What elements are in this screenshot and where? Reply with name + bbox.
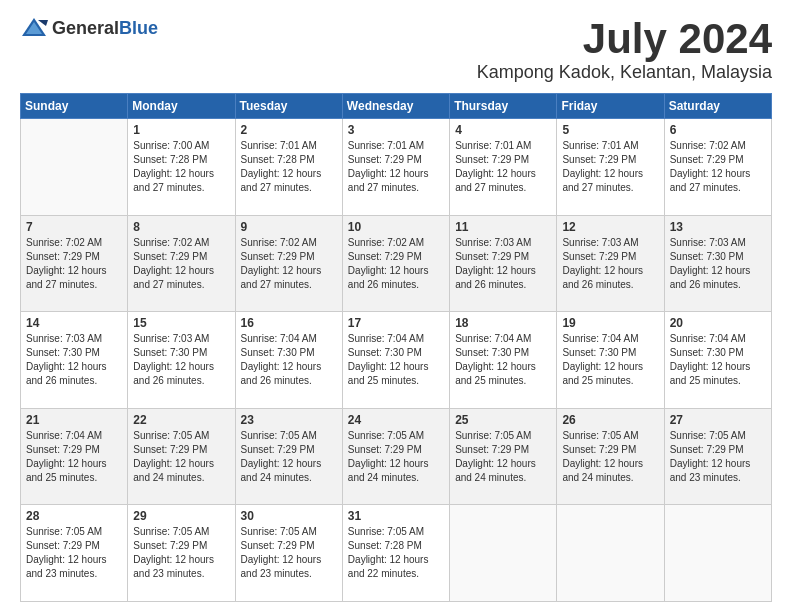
table-row: 29Sunrise: 7:05 AMSunset: 7:29 PMDayligh… <box>128 505 235 602</box>
day-info: Sunrise: 7:03 AMSunset: 7:30 PMDaylight:… <box>670 236 766 292</box>
day-info: Sunrise: 7:05 AMSunset: 7:29 PMDaylight:… <box>133 429 229 485</box>
logo-blue: Blue <box>119 18 158 38</box>
table-row: 18Sunrise: 7:04 AMSunset: 7:30 PMDayligh… <box>450 312 557 409</box>
day-info: Sunrise: 7:04 AMSunset: 7:30 PMDaylight:… <box>670 332 766 388</box>
table-row: 30Sunrise: 7:05 AMSunset: 7:29 PMDayligh… <box>235 505 342 602</box>
day-number: 12 <box>562 220 658 234</box>
logo-text: GeneralBlue <box>52 18 158 39</box>
day-info: Sunrise: 7:03 AMSunset: 7:30 PMDaylight:… <box>133 332 229 388</box>
day-number: 11 <box>455 220 551 234</box>
day-number: 3 <box>348 123 444 137</box>
calendar-week-row: 14Sunrise: 7:03 AMSunset: 7:30 PMDayligh… <box>21 312 772 409</box>
day-info: Sunrise: 7:02 AMSunset: 7:29 PMDaylight:… <box>348 236 444 292</box>
table-row <box>21 119 128 216</box>
day-number: 26 <box>562 413 658 427</box>
day-info: Sunrise: 7:05 AMSunset: 7:29 PMDaylight:… <box>26 525 122 581</box>
day-number: 14 <box>26 316 122 330</box>
day-number: 17 <box>348 316 444 330</box>
day-number: 8 <box>133 220 229 234</box>
table-row: 25Sunrise: 7:05 AMSunset: 7:29 PMDayligh… <box>450 408 557 505</box>
logo-general: General <box>52 18 119 38</box>
day-info: Sunrise: 7:05 AMSunset: 7:29 PMDaylight:… <box>348 429 444 485</box>
day-info: Sunrise: 7:01 AMSunset: 7:29 PMDaylight:… <box>562 139 658 195</box>
day-info: Sunrise: 7:02 AMSunset: 7:29 PMDaylight:… <box>133 236 229 292</box>
col-wednesday: Wednesday <box>342 94 449 119</box>
day-info: Sunrise: 7:00 AMSunset: 7:28 PMDaylight:… <box>133 139 229 195</box>
day-info: Sunrise: 7:03 AMSunset: 7:29 PMDaylight:… <box>455 236 551 292</box>
col-saturday: Saturday <box>664 94 771 119</box>
month-title: July 2024 <box>477 16 772 62</box>
col-monday: Monday <box>128 94 235 119</box>
day-number: 28 <box>26 509 122 523</box>
table-row: 15Sunrise: 7:03 AMSunset: 7:30 PMDayligh… <box>128 312 235 409</box>
day-number: 21 <box>26 413 122 427</box>
table-row: 4Sunrise: 7:01 AMSunset: 7:29 PMDaylight… <box>450 119 557 216</box>
day-number: 18 <box>455 316 551 330</box>
table-row: 20Sunrise: 7:04 AMSunset: 7:30 PMDayligh… <box>664 312 771 409</box>
day-number: 29 <box>133 509 229 523</box>
table-row: 2Sunrise: 7:01 AMSunset: 7:28 PMDaylight… <box>235 119 342 216</box>
day-info: Sunrise: 7:05 AMSunset: 7:29 PMDaylight:… <box>133 525 229 581</box>
day-info: Sunrise: 7:04 AMSunset: 7:30 PMDaylight:… <box>241 332 337 388</box>
location-title: Kampong Kadok, Kelantan, Malaysia <box>477 62 772 83</box>
day-info: Sunrise: 7:03 AMSunset: 7:30 PMDaylight:… <box>26 332 122 388</box>
day-info: Sunrise: 7:01 AMSunset: 7:29 PMDaylight:… <box>348 139 444 195</box>
day-number: 7 <box>26 220 122 234</box>
day-info: Sunrise: 7:02 AMSunset: 7:29 PMDaylight:… <box>26 236 122 292</box>
table-row: 31Sunrise: 7:05 AMSunset: 7:28 PMDayligh… <box>342 505 449 602</box>
calendar-header-row: Sunday Monday Tuesday Wednesday Thursday… <box>21 94 772 119</box>
day-number: 5 <box>562 123 658 137</box>
title-block: July 2024 Kampong Kadok, Kelantan, Malay… <box>477 16 772 83</box>
table-row: 28Sunrise: 7:05 AMSunset: 7:29 PMDayligh… <box>21 505 128 602</box>
day-info: Sunrise: 7:02 AMSunset: 7:29 PMDaylight:… <box>670 139 766 195</box>
col-friday: Friday <box>557 94 664 119</box>
table-row: 13Sunrise: 7:03 AMSunset: 7:30 PMDayligh… <box>664 215 771 312</box>
logo: GeneralBlue <box>20 16 158 40</box>
day-number: 10 <box>348 220 444 234</box>
table-row: 22Sunrise: 7:05 AMSunset: 7:29 PMDayligh… <box>128 408 235 505</box>
day-number: 4 <box>455 123 551 137</box>
table-row: 6Sunrise: 7:02 AMSunset: 7:29 PMDaylight… <box>664 119 771 216</box>
table-row: 3Sunrise: 7:01 AMSunset: 7:29 PMDaylight… <box>342 119 449 216</box>
day-number: 19 <box>562 316 658 330</box>
svg-marker-2 <box>38 20 48 26</box>
calendar-week-row: 28Sunrise: 7:05 AMSunset: 7:29 PMDayligh… <box>21 505 772 602</box>
day-number: 1 <box>133 123 229 137</box>
day-info: Sunrise: 7:05 AMSunset: 7:29 PMDaylight:… <box>562 429 658 485</box>
table-row: 23Sunrise: 7:05 AMSunset: 7:29 PMDayligh… <box>235 408 342 505</box>
table-row: 7Sunrise: 7:02 AMSunset: 7:29 PMDaylight… <box>21 215 128 312</box>
day-info: Sunrise: 7:04 AMSunset: 7:30 PMDaylight:… <box>562 332 658 388</box>
table-row: 5Sunrise: 7:01 AMSunset: 7:29 PMDaylight… <box>557 119 664 216</box>
day-number: 30 <box>241 509 337 523</box>
day-info: Sunrise: 7:01 AMSunset: 7:28 PMDaylight:… <box>241 139 337 195</box>
day-number: 25 <box>455 413 551 427</box>
col-thursday: Thursday <box>450 94 557 119</box>
table-row: 26Sunrise: 7:05 AMSunset: 7:29 PMDayligh… <box>557 408 664 505</box>
table-row: 9Sunrise: 7:02 AMSunset: 7:29 PMDaylight… <box>235 215 342 312</box>
day-number: 13 <box>670 220 766 234</box>
table-row <box>450 505 557 602</box>
day-number: 23 <box>241 413 337 427</box>
table-row: 24Sunrise: 7:05 AMSunset: 7:29 PMDayligh… <box>342 408 449 505</box>
calendar-table: Sunday Monday Tuesday Wednesday Thursday… <box>20 93 772 602</box>
day-number: 24 <box>348 413 444 427</box>
calendar-week-row: 1Sunrise: 7:00 AMSunset: 7:28 PMDaylight… <box>21 119 772 216</box>
table-row: 11Sunrise: 7:03 AMSunset: 7:29 PMDayligh… <box>450 215 557 312</box>
table-row <box>664 505 771 602</box>
table-row: 8Sunrise: 7:02 AMSunset: 7:29 PMDaylight… <box>128 215 235 312</box>
day-number: 6 <box>670 123 766 137</box>
table-row: 14Sunrise: 7:03 AMSunset: 7:30 PMDayligh… <box>21 312 128 409</box>
day-info: Sunrise: 7:04 AMSunset: 7:29 PMDaylight:… <box>26 429 122 485</box>
calendar-week-row: 7Sunrise: 7:02 AMSunset: 7:29 PMDaylight… <box>21 215 772 312</box>
day-info: Sunrise: 7:05 AMSunset: 7:29 PMDaylight:… <box>455 429 551 485</box>
calendar-week-row: 21Sunrise: 7:04 AMSunset: 7:29 PMDayligh… <box>21 408 772 505</box>
table-row: 19Sunrise: 7:04 AMSunset: 7:30 PMDayligh… <box>557 312 664 409</box>
table-row: 12Sunrise: 7:03 AMSunset: 7:29 PMDayligh… <box>557 215 664 312</box>
day-info: Sunrise: 7:05 AMSunset: 7:29 PMDaylight:… <box>670 429 766 485</box>
day-number: 16 <box>241 316 337 330</box>
day-info: Sunrise: 7:03 AMSunset: 7:29 PMDaylight:… <box>562 236 658 292</box>
table-row: 16Sunrise: 7:04 AMSunset: 7:30 PMDayligh… <box>235 312 342 409</box>
col-sunday: Sunday <box>21 94 128 119</box>
calendar-page: GeneralBlue July 2024 Kampong Kadok, Kel… <box>0 0 792 612</box>
table-row <box>557 505 664 602</box>
